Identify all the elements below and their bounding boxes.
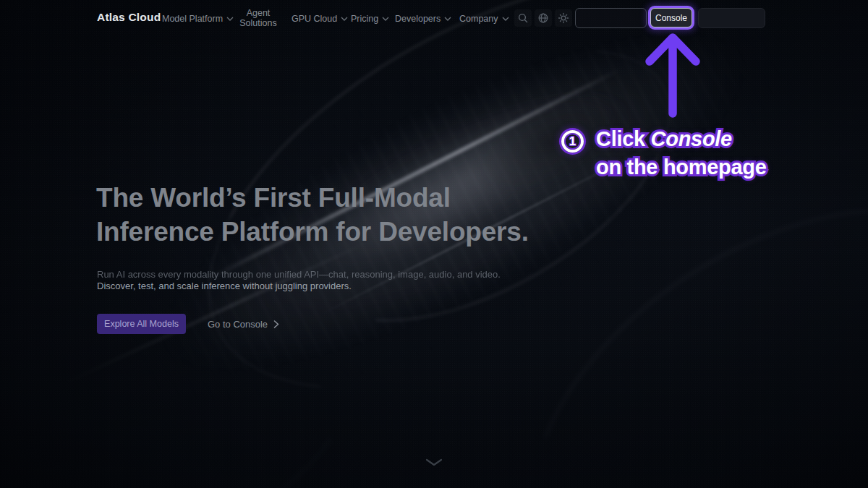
chevron-right-icon [273,320,279,328]
chevron-down-icon [425,458,443,466]
hero-subtitle: Run AI across every modality through one… [97,269,501,291]
nav-item-agent-solutions[interactable]: Agent Solutions [239,9,278,28]
go-to-console-label: Go to Console [208,319,268,330]
search-button[interactable] [514,9,532,27]
hero-subtitle-line2: Discover, test, and scale inference with… [97,281,501,292]
nav-outlined-button[interactable] [575,8,647,28]
nav-item-label: Developers [395,14,441,24]
galaxy-streak [205,69,620,282]
nav-item-developers[interactable]: Developers [395,14,451,24]
chevron-down-icon [444,17,451,21]
scroll-down-indicator [425,456,443,469]
nav-item-gpu-cloud[interactable]: GPU Cloud [292,14,348,24]
chevron-down-icon [382,17,389,21]
nav-item-label: GPU Cloud [292,14,337,24]
search-icon [517,12,529,24]
nav-item-pricing[interactable]: Pricing [351,14,389,24]
cta-row: Explore All Models Go to Console [97,314,279,334]
globe-icon [537,12,549,24]
explore-all-models-button[interactable]: Explore All Models [97,314,186,334]
chevron-down-icon [502,17,509,21]
hero-title: The World’s First Full-ModalInference Pl… [96,181,529,249]
chevron-down-icon [226,17,234,21]
nav-item-label: Pricing [351,14,378,24]
go-to-console-link[interactable]: Go to Console [208,319,279,330]
sun-icon [558,12,569,24]
nav-item-label: Agent Solutions [239,9,278,28]
galaxy-streak [59,238,375,387]
nav-item-company[interactable]: Company [459,14,509,24]
annotation-text: Click Consoleon the homepage [596,125,767,181]
nav-item-label: Model Platform [162,14,223,24]
hero-subtitle-line1: Run AI across every modality through one… [97,269,501,281]
logo[interactable]: Atlas Cloud [97,11,161,24]
nav-item-model-platform[interactable]: Model Platform [162,14,234,24]
console-button[interactable]: Console [650,8,692,27]
language-button[interactable] [535,9,552,27]
nav-item-label: Company [459,14,498,24]
theme-toggle-button[interactable] [555,9,572,27]
chevron-down-icon [341,17,348,21]
step-number-badge: 1 [561,130,584,153]
nav-dark-button[interactable] [698,8,765,28]
annotation-arrow-up [636,30,708,118]
